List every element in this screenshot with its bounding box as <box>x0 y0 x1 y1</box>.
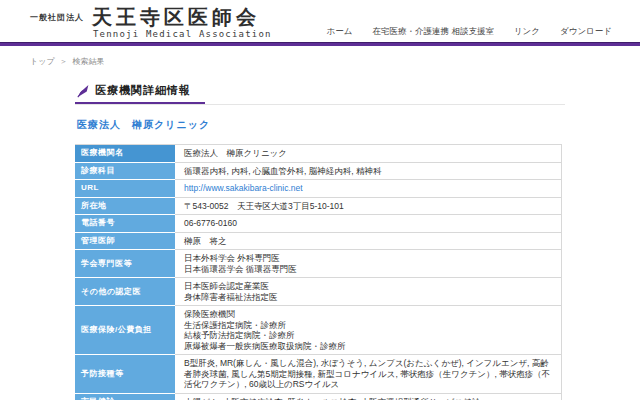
row-label: 管理医師 <box>75 232 175 250</box>
nav-link-1[interactable]: 在宅医療・介護連携 相談支援室 <box>373 26 494 36</box>
detail-table: 医療機関名医療法人 榊原クリニック診療科目循環器内科, 内科, 心臓血管外科, … <box>75 144 562 400</box>
row-value: B型肝炎, MR(麻しん・風しん混合), 水ぼうそう, ムンプス(おたふくかぜ)… <box>175 355 562 394</box>
row-label: 予防接種等 <box>75 355 175 394</box>
row-label: URL <box>75 180 175 198</box>
breadcrumb: トップ＞検索結果 <box>0 46 640 67</box>
row-label: 学会専門医等 <box>75 250 175 278</box>
nav-item-2: リンク <box>514 20 540 38</box>
row-value: 保険医療機関生活保護指定病院・診療所結核予防法指定病院・診療所原爆被爆者一般疾病… <box>175 306 562 355</box>
table-row: 学会専門医等日本外科学会 外科専門医日本循環器学会 循環器専門医 <box>75 250 562 278</box>
row-label: 電話番号 <box>75 215 175 233</box>
url-link[interactable]: http://www.sakakibara-clinic.net <box>184 183 303 193</box>
nav-item-3: ダウンロード <box>560 20 612 38</box>
table-row: 所在地〒543-0052 天王寺区大道3丁目5-10-101 <box>75 197 562 215</box>
nav-link-0[interactable]: ホーム <box>327 26 353 36</box>
row-value: 06-6776-0160 <box>175 215 562 233</box>
row-label: 医療機関名 <box>75 145 175 163</box>
row-value: 日本医師会認定産業医身体障害者福祉法指定医 <box>175 278 562 306</box>
nav-item-0: ホーム <box>327 20 353 38</box>
nav-link-2[interactable]: リンク <box>514 26 540 36</box>
detail-table-body: 医療機関名医療法人 榊原クリニック診療科目循環器内科, 内科, 心臓血管外科, … <box>75 145 562 400</box>
row-label: 診療科目 <box>75 162 175 180</box>
row-value: 日本外科学会 外科専門医日本循環器学会 循環器専門医 <box>175 250 562 278</box>
org-type-label: 一般社団法人 <box>30 12 84 28</box>
table-row: 診療科目循環器内科, 内科, 心臓血管外科, 脳神経内科, 精神科 <box>75 162 562 180</box>
row-label: 医療保険/公費負担 <box>75 306 175 355</box>
row-value: 榊原 将之 <box>175 232 562 250</box>
row-label: 所在地 <box>75 197 175 215</box>
site-header: 一般社団法人 天王寺区医師会 Tennoji Medical Associati… <box>0 0 640 42</box>
table-row: その他の認定医日本医師会認定産業医身体障害者福祉法指定医 <box>75 278 562 306</box>
row-label: その他の認定医 <box>75 278 175 306</box>
nav-item-1: 在宅医療・介護連携 相談支援室 <box>373 20 494 38</box>
breadcrumb-separator: ＞ <box>60 57 68 66</box>
row-label: 市民健診 <box>75 393 175 400</box>
table-row: 市民健診大腸がん, 大阪市健康診査, 肝炎ウィルス検査, 大阪市選択型通所サービ… <box>75 393 562 400</box>
page-title-wrap: 医療機関詳細情報 <box>75 81 205 104</box>
row-value: 循環器内科, 内科, 心臓血管外科, 脳神経内科, 精神科 <box>175 162 562 180</box>
row-value: 〒543-0052 天王寺区大道3丁目5-10-101 <box>175 197 562 215</box>
breadcrumb-item-0[interactable]: トップ <box>30 57 55 66</box>
main-content: 医療機関詳細情報 医療法人 榊原クリニック 医療機関名医療法人 榊原クリニック診… <box>75 81 565 400</box>
org-name-english: Tennoji Medical Association <box>93 29 272 39</box>
nav-link-3[interactable]: ダウンロード <box>560 26 612 36</box>
page-title: 医療機関詳細情報 <box>95 83 191 98</box>
row-value: 大腸がん, 大阪市健康診査, 肝炎ウィルス検査, 大阪市選択型通所サービス健診 <box>175 393 562 400</box>
table-row: 医療機関名医療法人 榊原クリニック <box>75 145 562 163</box>
row-value: http://www.sakakibara-clinic.net <box>175 180 562 198</box>
clinic-name-heading[interactable]: 医療法人 榊原クリニック <box>77 118 565 132</box>
table-row: URLhttp://www.sakakibara-clinic.net <box>75 180 562 198</box>
org-name: 天王寺区医師会 <box>92 6 260 28</box>
table-row: 電話番号06-6776-0160 <box>75 215 562 233</box>
quill-icon <box>77 84 90 97</box>
row-value: 医療法人 榊原クリニック <box>175 145 562 163</box>
breadcrumb-item-1: 検索結果 <box>73 57 105 66</box>
main-nav: ホーム在宅医療・介護連携 相談支援室リンクダウンロード <box>327 20 612 38</box>
table-row: 医療保険/公費負担保険医療機関生活保護指定病院・診療所結核予防法指定病院・診療所… <box>75 306 562 355</box>
page-title-bar: 医療機関詳細情報 <box>75 81 565 105</box>
table-row: 管理医師榊原 将之 <box>75 232 562 250</box>
table-row: 予防接種等B型肝炎, MR(麻しん・風しん混合), 水ぼうそう, ムンプス(おた… <box>75 355 562 394</box>
site-logo[interactable]: 一般社団法人 天王寺区医師会 Tennoji Medical Associati… <box>30 6 272 39</box>
